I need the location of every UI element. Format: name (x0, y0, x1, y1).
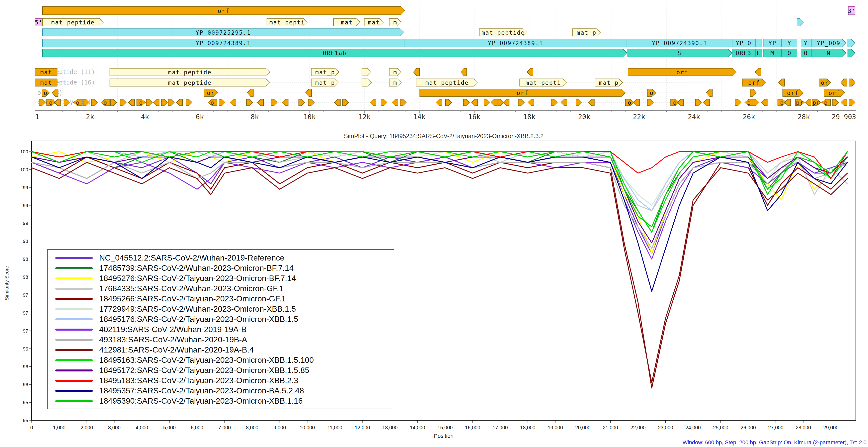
legend-color-swatch (55, 359, 93, 361)
legend-color-swatch (55, 277, 93, 279)
x-tick-label: 25,000 (713, 425, 728, 430)
legend-label: 493183:SARS-CoV-2/Wuhan-2020-19B-A (99, 335, 247, 344)
x-tick-label: 6,000 (191, 425, 204, 430)
legend-label: 18495276:SARS-CoV-2/Taiyuan-2023-Omicron… (99, 274, 296, 283)
y-tick-label: 99 (23, 185, 28, 190)
legend-color-swatch (55, 308, 93, 310)
legend-item: 18495176:SARS-CoV-2/Taiyuan-2023-Omicron… (55, 314, 391, 324)
legend-item: 17485739:SARS-CoV-2/Wuhan-2023-Omicron-B… (55, 263, 391, 273)
legend-item: 18495357:SARS-CoV-2/Taiyuan-2023-Omicron… (55, 386, 391, 396)
x-axis-title: Position (32, 433, 856, 439)
legend-label: 412981:SARS-CoV-2/Wuhan-2020-19A-B.4 (99, 345, 254, 355)
legend-label: 18495266:SARS-CoV-2/Taiyuan-2023-Omicron… (99, 294, 286, 303)
x-tick-label: 3,000 (108, 425, 121, 430)
legend-color-swatch (55, 349, 93, 351)
legend-label: 17684335:SARS-CoV-2/Wuhan-2023-Omicron-G… (99, 284, 283, 293)
y-tick-label: 99 (23, 220, 28, 226)
x-tick-label: 10,000 (300, 425, 315, 430)
legend-item: 493183:SARS-CoV-2/Wuhan-2020-19B-A (55, 334, 391, 345)
legend-label: NC_045512.2:SARS-CoV-2/Wuhan-2019-Refere… (99, 253, 284, 263)
legend-item: 17684335:SARS-CoV-2/Wuhan-2023-Omicron-G… (55, 284, 391, 294)
legend-label: 18495176:SARS-CoV-2/Taiyuan-2023-Omicron… (99, 315, 298, 324)
x-tick-label: 8,000 (246, 425, 258, 430)
legend-color-swatch (55, 318, 93, 320)
y-tick-label: 97 (23, 292, 28, 298)
y-tick-label: 98 (23, 239, 28, 244)
x-tick-label: 2,000 (81, 425, 93, 430)
legend-color-swatch (55, 369, 93, 371)
chart-legend: NC_045512.2:SARS-CoV-2/Wuhan-2019-Refere… (48, 249, 394, 409)
y-tick-label: 100 (20, 149, 28, 154)
legend-label: 402119:SARS-CoV-2/Wuhan-2019-19A-B (99, 325, 246, 334)
legend-label: 18495183:SARS-CoV-2/Taiyuan-2023-Omicron… (99, 376, 298, 385)
x-tick-label: 14,000 (410, 425, 425, 430)
y-axis-title: Similarity Score (4, 266, 10, 300)
x-tick-label: 18,000 (520, 425, 535, 430)
legend-label: 18495357:SARS-CoV-2/Taiyuan-2023-Omicron… (99, 386, 304, 395)
analysis-parameters: Window: 600 bp, Step: 200 bp, GapStrip: … (683, 439, 867, 446)
legend-color-swatch (55, 298, 93, 300)
y-tick-label: 95 (23, 400, 28, 405)
legend-item: NC_045512.2:SARS-CoV-2/Wuhan-2019-Refere… (55, 253, 391, 263)
y-tick-label: 98 (23, 274, 28, 280)
chart-title: SimPlot - Query: 18495234:SARS-CoV-2/Tai… (32, 132, 856, 140)
legend-color-swatch (55, 400, 93, 402)
legend-color-swatch (55, 329, 93, 331)
simplot-application: orf3'5'UTR5'mat_peptidemat_peptimatmatmY… (0, 0, 868, 447)
legend-item: 17729949:SARS-CoV-2/Wuhan-2023-Omicron-X… (55, 304, 391, 314)
y-tick-label: 98 (23, 257, 28, 262)
legend-label: 17729949:SARS-CoV-2/Wuhan-2023-Omicron-X… (99, 304, 296, 314)
x-tick-label: 20,000 (575, 425, 590, 430)
y-tick-label: 96 (23, 364, 28, 369)
legend-color-swatch (55, 267, 93, 269)
x-tick-label: 23,000 (658, 425, 673, 430)
x-tick-label: 4,000 (135, 425, 148, 430)
y-tick-label: 95 (23, 418, 28, 423)
y-tick-label: 100 (20, 167, 28, 172)
legend-item: 18495276:SARS-CoV-2/Taiyuan-2023-Omicron… (55, 273, 391, 284)
legend-label: 17485739:SARS-CoV-2/Wuhan-2023-Omicron-B… (99, 264, 293, 273)
legend-color-swatch (55, 339, 93, 341)
x-tick-label: 9,000 (273, 425, 286, 430)
legend-item: 18495266:SARS-CoV-2/Taiyuan-2023-Omicron… (55, 294, 391, 304)
x-tick-label: 17,000 (492, 425, 508, 430)
legend-label: 18495163:SARS-CoV-2/Taiyuan-2023-Omicron… (99, 356, 314, 365)
legend-item: 402119:SARS-CoV-2/Wuhan-2019-19A-B (55, 324, 391, 334)
y-tick-label: 96 (23, 346, 28, 352)
legend-item: 18495172:SARS-CoV-2/Taiyuan-2023-Omicron… (55, 365, 391, 376)
x-tick-label: 28,000 (796, 425, 811, 430)
legend-item: 412981:SARS-CoV-2/Wuhan-2020-19A-B.4 (55, 345, 391, 355)
x-tick-label: 29,000 (824, 425, 839, 430)
x-tick-label: 5,000 (163, 425, 176, 430)
legend-label: 18495390:SARS-CoV-2/Taiyuan-2023-Omicron… (99, 396, 303, 406)
legend-color-swatch (55, 380, 93, 382)
legend-color-swatch (55, 288, 93, 290)
x-tick-label: 7,000 (218, 425, 231, 430)
y-tick-label: 99 (23, 203, 28, 208)
x-tick-label: 0 (30, 425, 33, 430)
x-tick-label: 15,000 (437, 425, 453, 430)
legend-item: 18495163:SARS-CoV-2/Taiyuan-2023-Omicron… (55, 355, 391, 365)
legend-color-swatch (55, 390, 93, 392)
x-tick-label: 19,000 (548, 425, 563, 430)
x-tick-label: 24,000 (686, 425, 701, 430)
y-tick-label: 97 (23, 310, 28, 316)
legend-item: 18495183:SARS-CoV-2/Taiyuan-2023-Omicron… (55, 376, 391, 386)
x-tick-label: 27,000 (768, 425, 783, 430)
legend-label: 18495172:SARS-CoV-2/Taiyuan-2023-Omicron… (99, 366, 309, 375)
x-tick-label: 1,000 (53, 425, 66, 430)
legend-color-swatch (55, 257, 93, 259)
x-tick-label: 16,000 (465, 425, 480, 430)
x-tick-label: 12,000 (355, 425, 370, 430)
x-tick-label: 11,000 (328, 425, 342, 430)
x-tick-label: 21,000 (603, 425, 618, 430)
y-tick-label: 96 (23, 382, 28, 387)
legend-item: 18495390:SARS-CoV-2/Taiyuan-2023-Omicron… (55, 396, 391, 406)
y-tick-label: 97 (23, 328, 28, 334)
x-tick-label: 26,000 (741, 425, 756, 430)
x-tick-label: 13,000 (382, 425, 398, 430)
x-tick-label: 22,000 (630, 425, 646, 430)
